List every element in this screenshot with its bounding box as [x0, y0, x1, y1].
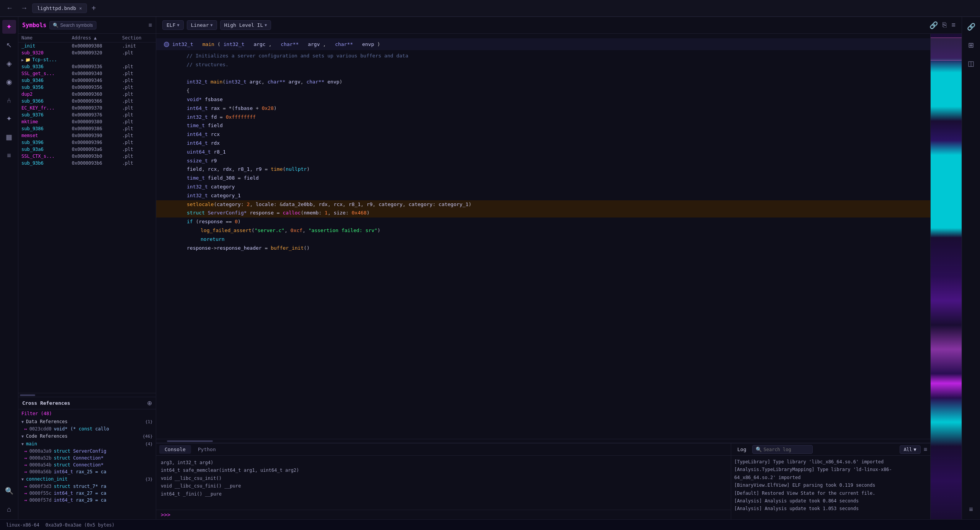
sym-row-8[interactable]: sub_93660x000009366.plt	[18, 98, 156, 105]
grid-icon[interactable]: ▦	[2, 130, 16, 144]
highlevel-label: High Level IL	[224, 22, 263, 28]
sym-row-14[interactable]: sub_93960x000009396.plt	[18, 139, 156, 146]
bottom-split: Console Python arg3, int32_t arg4) int64…	[156, 443, 930, 519]
fn-comma1: ,	[269, 41, 272, 47]
tag-icon[interactable]: ◈	[2, 57, 16, 70]
sym-row-4[interactable]: SSL_get_s...0x000009340.plt	[18, 70, 156, 77]
sym-section: .plt	[122, 78, 153, 83]
code-field308: time_t field_308 = field	[156, 174, 930, 183]
sym-row-7[interactable]: dup20x000009360.plt	[18, 91, 156, 98]
xref-main-label: main	[26, 441, 37, 447]
symbols-h-scrollbar[interactable]	[18, 393, 156, 397]
sym-addr: 0x000009340	[72, 71, 122, 76]
xref-data-section[interactable]: ▼ Data References {1}	[18, 418, 156, 425]
sym-row-16[interactable]: SSL_CTX_s...0x0000093b0.plt	[18, 153, 156, 160]
right-layers-icon[interactable]: ◫	[964, 57, 978, 70]
sym-group-2[interactable]: ▶📁Tcp-st...	[18, 56, 156, 63]
sym-section: .plt	[122, 126, 153, 131]
sym-addr: 0x000009356	[72, 85, 122, 90]
log-title: Log	[734, 445, 749, 454]
xref-main-subsection[interactable]: ▼ main {4}	[18, 440, 156, 448]
code-blank-1	[156, 69, 930, 78]
xref-conn-subsection[interactable]: ▼ connection_init {3}	[18, 475, 156, 483]
xref-main-item-2[interactable]: ↤ 0000a54b struct Connection*	[18, 461, 156, 468]
xref-filter[interactable]: Filter (48)	[18, 409, 156, 418]
add-tab-button[interactable]: +	[88, 2, 99, 14]
chat-icon-btn[interactable]: ⌂	[2, 502, 16, 516]
minimap[interactable]	[930, 34, 962, 519]
link-icon-btn[interactable]: 🔗	[929, 21, 938, 29]
sym-row-5[interactable]: sub_93460x000009346.plt	[18, 77, 156, 84]
branch-icon[interactable]: ⑃	[2, 93, 16, 107]
xref-data-item-0[interactable]: ↦ 0023cdd0 void* (* const callo	[18, 425, 156, 432]
sym-row-13[interactable]: memset0x000009390.plt	[18, 132, 156, 139]
linear-dropdown[interactable]: Linear ▼	[187, 20, 217, 30]
symbols-table-body[interactable]: _init0x000009308.initsub_93200x000009320…	[18, 43, 156, 393]
fn-comma2: ,	[323, 41, 326, 47]
sym-row-17[interactable]: sub_93b60x0000093b6.plt	[18, 160, 156, 167]
log-search-input[interactable]	[763, 447, 809, 452]
sym-row-6[interactable]: sub_93560x000009356.plt	[18, 84, 156, 91]
xref-conn-item-2[interactable]: ↤ 0000f57d int64_t rax_29 = ca	[18, 497, 156, 504]
symbols-header: Symbols 🔍 Search symbols ≡	[18, 17, 156, 34]
right-panel-icon[interactable]: ⊞	[964, 38, 978, 52]
map-icon[interactable]: ◉	[2, 75, 16, 89]
xref-conn-label: connection_init	[26, 476, 67, 482]
search-symbols-button[interactable]: 🔍 Search symbols	[49, 21, 96, 29]
symbols-menu-button[interactable]: ≡	[149, 22, 152, 29]
main-layout: ✦ ↖ ◈ ◉ ⑃ ✦ ▦ ≡ 🔍 ⌂ Symbols 🔍 Search sym…	[0, 17, 980, 519]
xref-arrow: ↦	[24, 427, 27, 432]
fn-params: (	[217, 41, 220, 47]
code-h-scrollbar[interactable]	[156, 439, 930, 443]
sym-row-10[interactable]: sub_93760x000009376.plt	[18, 111, 156, 118]
symbols-title: Symbols	[22, 22, 46, 29]
copy-icon-btn[interactable]: ⎘	[942, 21, 947, 29]
search-icon-btn[interactable]: 🔍	[2, 484, 16, 498]
code-content-wrapper: int32_t main(int32_t argc, char** argv, …	[156, 34, 930, 519]
sym-row-15[interactable]: sub_93a60x0000093a6.plt	[18, 146, 156, 153]
code-var-field: time_t field	[156, 121, 930, 130]
search-icon: 🔍	[53, 23, 59, 28]
sym-name: sub_93b6	[21, 160, 72, 166]
bug-icon[interactable]: ✦	[2, 112, 16, 126]
forward-button[interactable]: →	[18, 3, 31, 14]
log-search[interactable]: 🔍	[752, 445, 813, 454]
elf-dropdown[interactable]: ELF ▼	[162, 20, 184, 30]
sym-row-12[interactable]: sub_93860x000009386.plt	[18, 125, 156, 132]
console-tab[interactable]: Console	[159, 445, 191, 454]
right-menu-icon[interactable]: ≡	[964, 502, 978, 516]
file-tab[interactable]: lighttpd.bndb ×	[32, 3, 87, 13]
sym-name: sub_9376	[21, 112, 72, 118]
right-link-icon[interactable]: 🔗	[964, 20, 978, 34]
highlevel-dropdown[interactable]: High Level IL ▼	[220, 20, 271, 30]
cursor-icon[interactable]: ↖	[2, 38, 16, 52]
xref-conn-item-0[interactable]: ↤ 0000f3d3 struct struct_7* ra	[18, 483, 156, 490]
code-inner[interactable]: int32_t main(int32_t argc, char** argv, …	[156, 34, 930, 439]
xref-conn-item-1[interactable]: ↤ 0000f55c int64_t rax_27 = ca	[18, 490, 156, 497]
xref-pin-button[interactable]: ⊕	[147, 399, 152, 407]
code-h-scrollbar-thumb	[167, 440, 213, 442]
xref-main-item-1[interactable]: ↤ 0000a52b struct Connection*	[18, 455, 156, 461]
console-panel: Console Python arg3, int32_t arg4) int64…	[156, 443, 731, 519]
expand-arrow-code: ▼	[21, 434, 24, 438]
sym-row-3[interactable]: sub_93360x000009336.plt	[18, 63, 156, 70]
log-filter-dropdown[interactable]: All ▼	[900, 445, 921, 454]
list-icon[interactable]: ≡	[2, 149, 16, 162]
close-tab-button[interactable]: ×	[79, 6, 82, 11]
minimap-viewport[interactable]	[931, 38, 962, 61]
sym-row-11[interactable]: mktime0x000009380.plt	[18, 118, 156, 125]
xref-main-item-3[interactable]: ↤ 0000a56b int64_t rax_25 = ca	[18, 468, 156, 475]
python-tab[interactable]: Python	[193, 445, 221, 454]
code-toolbar: ELF ▼ Linear ▼ High Level IL ▼ 🔗 ⎘ ≡	[156, 17, 962, 34]
console-input[interactable]	[173, 512, 726, 518]
sym-row-1[interactable]: sub_93200x000009320.plt	[18, 49, 156, 56]
xref-code-section[interactable]: ▼ Code References {46}	[18, 432, 156, 440]
nav-icon-active[interactable]: ✦	[2, 20, 16, 34]
sym-row-9[interactable]: EC_KEY_fr...0x000009370.plt	[18, 105, 156, 111]
sym-row-0[interactable]: _init0x000009308.init	[18, 43, 156, 49]
back-button[interactable]: ←	[3, 3, 16, 14]
col-name: Name	[21, 35, 72, 41]
xref-main-item-0[interactable]: ↤ 0000a3a9 struct ServerConfig	[18, 448, 156, 455]
menu-icon-btn[interactable]: ≡	[951, 21, 956, 29]
log-menu-button[interactable]: ≡	[924, 446, 927, 453]
